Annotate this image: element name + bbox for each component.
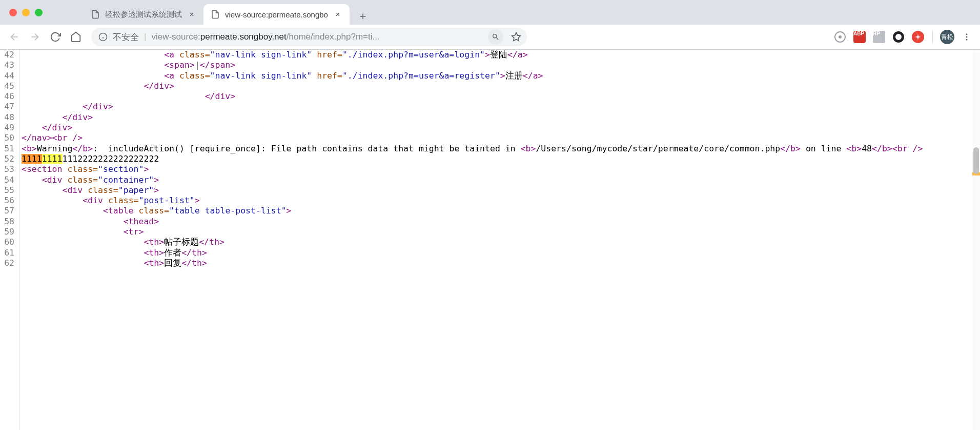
page-icon bbox=[91, 10, 100, 19]
bookmark-star-icon[interactable] bbox=[508, 29, 524, 45]
reload-button[interactable] bbox=[46, 28, 65, 46]
svg-marker-11 bbox=[512, 33, 521, 41]
url-separator: | bbox=[144, 32, 146, 42]
menu-button[interactable] bbox=[958, 29, 975, 45]
tab-inactive[interactable]: 轻松参透测试系统测试 bbox=[84, 4, 203, 25]
info-icon bbox=[98, 32, 108, 42]
svg-point-15 bbox=[966, 39, 968, 41]
url-text: view-source:permeate.songboy.net/home/in… bbox=[151, 32, 483, 42]
toolbar: 不安全 | view-source:permeate.songboy.net/h… bbox=[0, 25, 980, 49]
security-label: 不安全 bbox=[113, 31, 139, 43]
svg-point-14 bbox=[966, 36, 968, 38]
extension-button[interactable]: RP bbox=[871, 29, 887, 45]
search-in-page-icon[interactable] bbox=[488, 29, 503, 45]
extensions-area: ABP RP 青松 bbox=[832, 29, 975, 45]
extension-button[interactable] bbox=[910, 29, 926, 45]
tab-title: view-source:permeate.songbo bbox=[225, 10, 328, 19]
close-window-button[interactable] bbox=[9, 9, 17, 16]
find-match-current: 1111 bbox=[22, 154, 42, 164]
close-tab-icon[interactable] bbox=[187, 10, 196, 19]
back-button[interactable] bbox=[5, 28, 24, 46]
profile-avatar[interactable]: 青松 bbox=[939, 29, 955, 45]
view-source-content: 42 43 44 45 46 47 48 49 50 51 52 53 54 5… bbox=[0, 50, 980, 430]
extension-button[interactable] bbox=[890, 29, 907, 45]
scrollbar-thumb[interactable] bbox=[973, 147, 979, 174]
svg-marker-12 bbox=[915, 34, 921, 40]
page-icon bbox=[211, 10, 220, 19]
tab-strip: 轻松参透测试系统测试 view-source:permeate.songbo bbox=[84, 0, 980, 25]
window-controls bbox=[9, 9, 43, 16]
find-match: 1111 bbox=[42, 154, 63, 164]
new-tab-button[interactable] bbox=[355, 8, 371, 25]
maximize-window-button[interactable] bbox=[35, 9, 43, 16]
forward-button[interactable] bbox=[26, 28, 44, 46]
adblock-extension-icon[interactable]: ABP bbox=[851, 29, 868, 45]
close-tab-icon[interactable] bbox=[333, 10, 342, 19]
address-bar[interactable]: 不安全 | view-source:permeate.songboy.net/h… bbox=[91, 28, 527, 46]
tab-title: 轻松参透测试系统测试 bbox=[105, 10, 182, 19]
titlebar: 轻松参透测试系统测试 view-source:permeate.songbo bbox=[0, 0, 980, 25]
home-button[interactable] bbox=[67, 28, 85, 46]
extension-button[interactable] bbox=[832, 29, 848, 45]
tab-active[interactable]: view-source:permeate.songbo bbox=[203, 4, 350, 25]
minimize-window-button[interactable] bbox=[22, 9, 30, 16]
scrollbar-track[interactable] bbox=[972, 50, 980, 430]
line-number-gutter: 42 43 44 45 46 47 48 49 50 51 52 53 54 5… bbox=[0, 50, 19, 430]
browser-chrome: 轻松参透测试系统测试 view-source:permeate.songbo bbox=[0, 0, 980, 50]
source-code[interactable]: <a class="nav-link sign-link" href="./in… bbox=[19, 50, 980, 430]
toolbar-divider bbox=[932, 31, 933, 43]
svg-point-13 bbox=[966, 33, 968, 35]
